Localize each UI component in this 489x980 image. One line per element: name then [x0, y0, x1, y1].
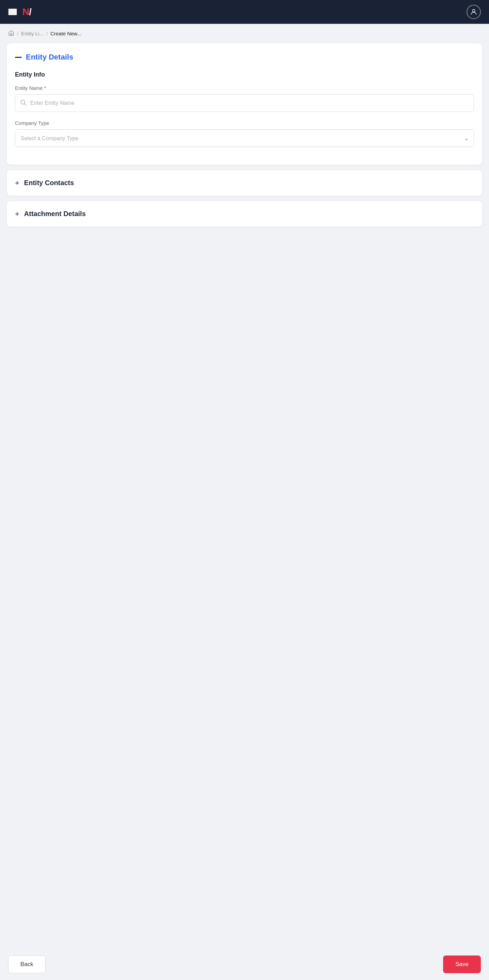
- required-indicator: *: [44, 85, 46, 91]
- breadcrumb-create-new: Create New...: [50, 30, 81, 37]
- entity-name-group: Entity Name*: [15, 85, 474, 112]
- menu-button[interactable]: [8, 8, 17, 15]
- company-type-label: Company Type: [15, 120, 474, 126]
- logo: N/: [22, 6, 31, 18]
- entity-contacts-title: Entity Contacts: [24, 179, 74, 187]
- company-type-select-wrapper: Select a Company Type LLC Corporation Pa…: [15, 129, 474, 147]
- user-profile-button[interactable]: [467, 5, 481, 19]
- company-type-group: Company Type Select a Company Type LLC C…: [15, 120, 474, 147]
- user-icon: [470, 8, 478, 16]
- entity-name-label: Entity Name*: [15, 85, 474, 91]
- svg-rect-1: [11, 34, 12, 35]
- breadcrumb-separator-1: /: [17, 30, 18, 37]
- home-icon[interactable]: [8, 30, 14, 37]
- breadcrumb-entity-list[interactable]: Entity Li...: [21, 30, 43, 37]
- entity-info-subtitle: Entity Info: [15, 71, 474, 78]
- save-button[interactable]: Save: [443, 956, 481, 973]
- company-type-select[interactable]: Select a Company Type LLC Corporation Pa…: [15, 129, 474, 147]
- entity-contacts-section[interactable]: + Entity Contacts: [7, 170, 482, 196]
- main-content: Entity Details Entity Info Entity Name*: [0, 43, 489, 949]
- logo-slash: /: [29, 6, 31, 17]
- back-button[interactable]: Back: [8, 956, 46, 973]
- logo-n-red: N: [22, 6, 29, 17]
- entity-details-header[interactable]: Entity Details: [15, 53, 474, 62]
- attachment-details-card[interactable]: + Attachment Details: [7, 201, 482, 227]
- entity-name-input-wrapper: [15, 94, 474, 112]
- svg-point-0: [472, 10, 475, 12]
- breadcrumb-separator-2: /: [46, 30, 48, 37]
- expand-icon-2: +: [15, 210, 19, 218]
- breadcrumb: / Entity Li... / Create New...: [0, 24, 489, 43]
- entity-details-card: Entity Details Entity Info Entity Name*: [7, 43, 482, 165]
- collapse-icon: [15, 57, 22, 58]
- bottom-bar: Back Save: [0, 949, 489, 980]
- attachment-details-section[interactable]: + Attachment Details: [7, 201, 482, 227]
- attachment-details-title: Attachment Details: [24, 210, 86, 218]
- header-left: N/: [8, 6, 31, 18]
- expand-icon: +: [15, 179, 19, 187]
- app-header: N/: [0, 0, 489, 24]
- entity-contacts-card[interactable]: + Entity Contacts: [7, 170, 482, 196]
- entity-details-title: Entity Details: [26, 53, 73, 62]
- entity-details-section: Entity Details Entity Info Entity Name*: [7, 43, 482, 165]
- entity-name-input[interactable]: [15, 94, 474, 112]
